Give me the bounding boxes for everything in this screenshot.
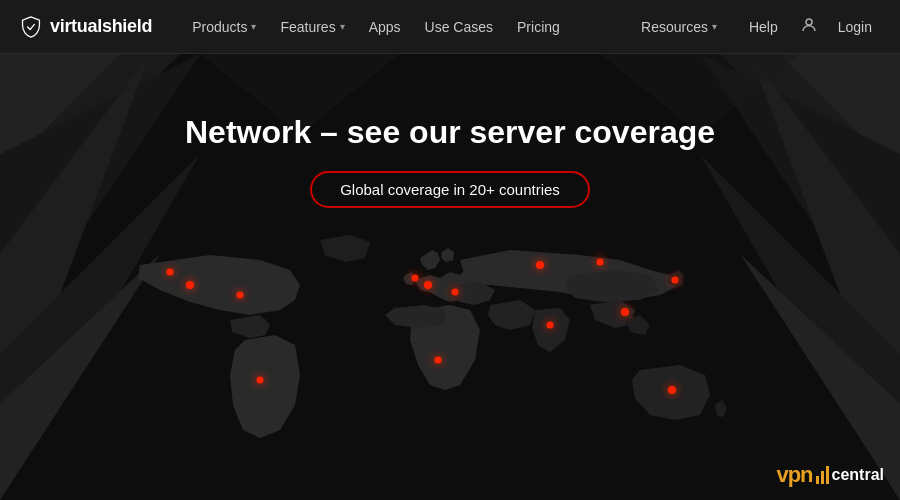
server-dot-africa — [435, 357, 442, 364]
nav-right: Resources ▾ Help Login — [631, 13, 880, 41]
server-dot-japan — [672, 277, 679, 284]
nav-pricing[interactable]: Pricing — [507, 13, 570, 41]
brand-name: virtualshield — [50, 16, 152, 37]
map-svg — [60, 220, 840, 500]
logo[interactable]: virtualshield — [20, 16, 152, 38]
login-button[interactable]: Login — [830, 13, 880, 41]
watermark-bars-icon — [816, 466, 829, 484]
server-dot-eu1 — [424, 281, 432, 289]
server-dot-india — [547, 322, 554, 329]
server-dot-ru — [536, 261, 544, 269]
nav-help[interactable]: Help — [739, 13, 788, 41]
server-dot-ru2 — [597, 259, 604, 266]
world-map — [60, 220, 840, 500]
nav-products[interactable]: Products ▾ — [182, 13, 266, 41]
server-dot-au — [668, 386, 676, 394]
nav-features[interactable]: Features ▾ — [270, 13, 354, 41]
server-dot-eu2 — [452, 289, 459, 296]
user-icon[interactable] — [800, 16, 818, 38]
nav-left: Products ▾ Features ▾ Apps Use Cases Pri… — [182, 13, 631, 41]
logo-icon — [20, 16, 42, 38]
hero-section: Network – see our server coverage Global… — [0, 54, 900, 500]
server-dot-ca — [167, 269, 174, 276]
navbar: virtualshield Products ▾ Features ▾ Apps… — [0, 0, 900, 54]
chevron-down-icon: ▾ — [712, 21, 717, 32]
server-dot-us1 — [186, 281, 194, 289]
watermark-vpn-text: vpn — [776, 462, 812, 488]
chevron-down-icon: ▾ — [340, 21, 345, 32]
nav-use-cases[interactable]: Use Cases — [415, 13, 503, 41]
server-dot-us2 — [237, 292, 244, 299]
server-dot-sea — [621, 308, 629, 316]
server-dot-uk — [412, 275, 419, 282]
server-dot-sa — [257, 377, 264, 384]
chevron-down-icon: ▾ — [251, 21, 256, 32]
svg-point-0 — [806, 19, 812, 25]
watermark-central-text: central — [832, 466, 884, 484]
vpn-central-watermark: vpn central — [776, 462, 884, 488]
nav-apps[interactable]: Apps — [359, 13, 411, 41]
nav-resources[interactable]: Resources ▾ — [631, 13, 727, 41]
coverage-badge-text: Global coverage in 20+ countries — [340, 181, 560, 198]
coverage-badge[interactable]: Global coverage in 20+ countries — [310, 171, 590, 208]
hero-title: Network – see our server coverage — [185, 114, 715, 151]
